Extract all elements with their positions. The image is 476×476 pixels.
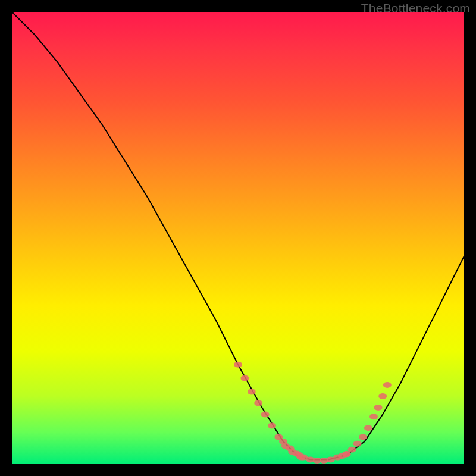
watermark-text: TheBottleneck.com	[361, 1, 470, 15]
gradient-background	[12, 12, 464, 464]
chart-container: TheBottleneck.com	[0, 0, 476, 476]
